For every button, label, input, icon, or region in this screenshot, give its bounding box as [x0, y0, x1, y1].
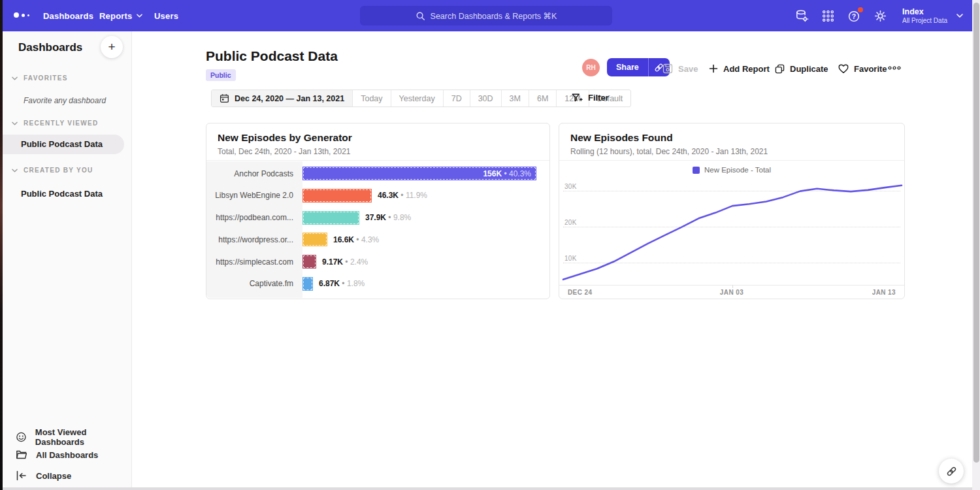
- card-header: New Episodes by Generator Total, Dec 24t…: [206, 123, 549, 161]
- legend-label: New Episode - Total: [704, 166, 771, 174]
- bar[interactable]: [302, 255, 316, 269]
- sidebar-title: Dashboards: [18, 41, 82, 54]
- bar-value-label: 37.9K • 9.8%: [365, 213, 411, 222]
- chart-legend: New Episode - Total: [559, 166, 904, 174]
- preset-30d[interactable]: 30D: [470, 90, 501, 106]
- bar-value-label: 156K • 40.3%: [483, 169, 531, 178]
- workspace-selector[interactable]: Index All Project Data: [902, 7, 963, 25]
- chevron-down-icon: [12, 169, 18, 172]
- bar-category-label: https://podbean.com...: [206, 213, 302, 222]
- preset-yesterday[interactable]: Yesterday: [391, 90, 443, 106]
- search-input[interactable]: Search Dashboards & Reports ⌘K: [360, 6, 612, 25]
- nav-label: Reports: [99, 11, 133, 21]
- card-new-episodes-found: New Episodes Found Rolling (12 hours), t…: [559, 123, 905, 299]
- folder-icon: [16, 449, 27, 461]
- copy-icon: [775, 64, 785, 74]
- legend-swatch: [693, 167, 700, 174]
- favorite-label: Favorite: [854, 64, 887, 74]
- save-label: Save: [678, 64, 698, 74]
- line-chart[interactable]: [559, 178, 906, 285]
- line-series-new-episode-total: [563, 186, 902, 280]
- all-dashboards-button[interactable]: All Dashboards: [16, 449, 98, 461]
- section-favorites[interactable]: FAVORITES: [12, 74, 68, 82]
- bar[interactable]: [302, 189, 372, 203]
- bar-category-label: Captivate.fm: [206, 279, 302, 288]
- workspace-scope: All Project Data: [902, 17, 947, 24]
- bar[interactable]: 156K • 40.3%: [302, 167, 536, 180]
- main-content: Public Podcast Data Public RH Share Save…: [132, 31, 972, 487]
- smiley-icon: [16, 431, 27, 443]
- bar-chart: Anchor Podcasts156K • 40.3%Libsyn WebEng…: [206, 167, 543, 291]
- save-icon: [662, 63, 673, 74]
- bar-row: https://wordpress.or...16.6K • 4.3%: [206, 233, 543, 246]
- footer-label: All Dashboards: [36, 450, 98, 460]
- chevron-down-icon: [12, 76, 18, 80]
- bar-row: Anchor Podcasts156K • 40.3%: [206, 167, 543, 180]
- section-label: CREATED BY YOU: [24, 167, 93, 174]
- more-options-button[interactable]: [888, 66, 901, 70]
- apps-grid-icon[interactable]: [821, 9, 835, 23]
- add-report-button[interactable]: Add Report: [709, 63, 770, 74]
- duplicate-button[interactable]: Duplicate: [775, 63, 828, 74]
- filter-button[interactable]: Filter: [572, 93, 609, 103]
- preset-today[interactable]: Today: [352, 90, 390, 106]
- add-dashboard-button[interactable]: +: [101, 36, 123, 58]
- collapse-icon: [16, 470, 27, 482]
- share-button-group: Share: [607, 58, 670, 76]
- bar-value-label: 16.6K • 4.3%: [333, 235, 379, 244]
- section-created-by-you[interactable]: CREATED BY YOU: [12, 167, 93, 174]
- settings-gear-icon[interactable]: [874, 9, 887, 23]
- preset-3m[interactable]: 3M: [501, 90, 529, 106]
- bar-track: 9.17K • 2.4%: [302, 255, 543, 269]
- bar-row: Libsyn WebEngine 2.046.3K • 11.9%: [206, 189, 543, 203]
- sidebar-item-public-podcast-data-selected[interactable]: Public Podcast Data: [3, 135, 124, 154]
- scrollbar-thumb[interactable]: [973, 3, 979, 463]
- share-button[interactable]: Share: [607, 58, 648, 76]
- sidebar-item-public-podcast-data[interactable]: Public Podcast Data: [21, 189, 103, 199]
- date-range-bar: Dec 24, 2020 — Jan 13, 2021 Today Yester…: [211, 90, 631, 107]
- bar-category-label: https://simplecast.com: [206, 257, 302, 267]
- bar-track: 46.3K • 11.9%: [302, 189, 543, 203]
- search-icon: [416, 11, 425, 21]
- preset-7d[interactable]: 7D: [443, 90, 470, 106]
- nav-label: Dashboards: [43, 11, 93, 21]
- filter-funnel-icon: [572, 93, 583, 102]
- favorite-button[interactable]: Favorite: [838, 63, 887, 74]
- ellipsis-icon: [888, 66, 901, 70]
- avatar[interactable]: RH: [582, 59, 600, 76]
- bar[interactable]: [302, 277, 313, 291]
- card-new-episodes-by-generator: New Episodes by Generator Total, Dec 24t…: [206, 123, 550, 299]
- save-button[interactable]: Save: [662, 63, 698, 74]
- bar-category-label: Libsyn WebEngine 2.0: [206, 191, 302, 200]
- app-logo-icon[interactable]: [14, 12, 29, 18]
- section-label: FAVORITES: [24, 74, 68, 82]
- duplicate-label: Duplicate: [790, 64, 828, 74]
- floating-share-link-button[interactable]: [939, 459, 964, 483]
- date-range-picker[interactable]: Dec 24, 2020 — Jan 13, 2021: [212, 90, 352, 106]
- bar-category-label: https://wordpress.or...: [206, 235, 302, 244]
- footer-label: Collapse: [36, 471, 71, 481]
- help-icon[interactable]: ?: [847, 9, 861, 23]
- nav-item-users[interactable]: Users: [154, 0, 178, 31]
- bar[interactable]: [302, 233, 327, 246]
- collapse-sidebar-button[interactable]: Collapse: [16, 470, 71, 482]
- bar-value-label: 46.3K • 11.9%: [378, 191, 427, 200]
- preset-6m[interactable]: 6M: [529, 90, 556, 106]
- most-viewed-dashboards-button[interactable]: Most Viewed Dashboards: [16, 427, 131, 447]
- bar-track: 37.9K • 9.8%: [302, 211, 543, 225]
- nav-item-dashboards[interactable]: Dashboards: [43, 0, 93, 31]
- page-title: Public Podcast Data: [206, 48, 338, 64]
- bar[interactable]: [302, 211, 359, 225]
- date-range-value: Dec 24, 2020 — Jan 13, 2021: [235, 94, 344, 103]
- bar-row: https://simplecast.com9.17K • 2.4%: [206, 255, 543, 269]
- plus-icon: +: [108, 40, 115, 54]
- bar-track: 156K • 40.3%: [302, 167, 543, 180]
- nav-item-reports[interactable]: Reports: [99, 0, 142, 31]
- sidebar: Dashboards + FAVORITES Favorite any dash…: [3, 31, 132, 487]
- chevron-down-icon: [137, 14, 142, 18]
- chart-subtitle: Rolling (12 hours), total, Dec 24th, 202…: [570, 147, 768, 156]
- section-recently-viewed[interactable]: RECENTLY VIEWED: [12, 120, 99, 127]
- chevron-down-icon: [956, 14, 963, 18]
- data-sources-icon[interactable]: [795, 9, 809, 23]
- calendar-icon: [220, 93, 229, 103]
